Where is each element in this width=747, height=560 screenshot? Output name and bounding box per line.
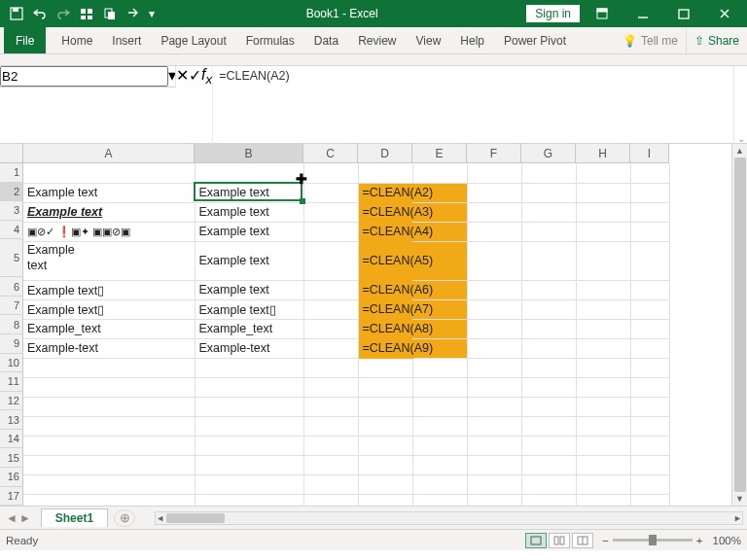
cell-B15[interactable] bbox=[195, 455, 303, 474]
cell-H16[interactable] bbox=[576, 474, 630, 494]
sheet-tab-sheet1[interactable]: Sheet1 bbox=[41, 508, 108, 527]
cell-I17[interactable] bbox=[630, 494, 669, 506]
cell-B3[interactable]: Example text bbox=[195, 202, 303, 222]
cell-B1[interactable] bbox=[195, 163, 303, 183]
tab-data[interactable]: Data bbox=[304, 27, 348, 53]
fill-handle[interactable] bbox=[300, 198, 305, 204]
row-header-15[interactable]: 15 bbox=[0, 448, 23, 468]
cell-D4[interactable]: =CLEAN(A4) bbox=[358, 222, 412, 241]
page-layout-view-button[interactable] bbox=[549, 533, 570, 548]
row-header-1[interactable]: 1 bbox=[0, 163, 23, 183]
cell-I9[interactable] bbox=[630, 338, 669, 358]
cell-F2[interactable] bbox=[467, 183, 521, 202]
cell-E13[interactable] bbox=[412, 416, 467, 436]
formula-input[interactable] bbox=[213, 66, 733, 142]
maximize-button[interactable] bbox=[665, 0, 702, 27]
cell-B12[interactable] bbox=[195, 397, 303, 416]
sheet-nav-prev[interactable]: ◄ bbox=[6, 511, 18, 525]
cell-E1[interactable] bbox=[412, 163, 467, 183]
cell-A5[interactable]: Example text bbox=[23, 241, 195, 280]
cell-A14[interactable] bbox=[23, 436, 195, 455]
cell-G11[interactable] bbox=[521, 377, 576, 397]
cell-F3[interactable] bbox=[467, 202, 521, 222]
cell-G9[interactable] bbox=[521, 338, 576, 358]
cell-F14[interactable] bbox=[467, 436, 521, 455]
close-button[interactable] bbox=[706, 0, 743, 27]
cell-I10[interactable] bbox=[630, 358, 669, 377]
cell-G1[interactable] bbox=[521, 163, 576, 183]
cell-B13[interactable] bbox=[195, 416, 303, 436]
column-header-B[interactable]: B bbox=[195, 144, 303, 163]
cell-C15[interactable] bbox=[303, 455, 358, 474]
row-header-10[interactable]: 10 bbox=[0, 354, 23, 373]
row-header-16[interactable]: 16 bbox=[0, 468, 23, 487]
cell-G15[interactable] bbox=[521, 455, 576, 474]
cell-I7[interactable] bbox=[630, 299, 669, 319]
row-header-9[interactable]: 9 bbox=[0, 334, 23, 354]
cell-grid[interactable]: Example textExample text=CLEAN(A2)Exampl… bbox=[23, 163, 670, 506]
cell-B7[interactable]: Example text▯ bbox=[195, 299, 303, 319]
cell-H5[interactable] bbox=[576, 241, 630, 280]
cell-H13[interactable] bbox=[576, 416, 630, 436]
fx-button[interactable]: fx bbox=[201, 66, 212, 88]
tab-file[interactable]: File bbox=[4, 27, 46, 53]
cell-A11[interactable] bbox=[23, 377, 195, 397]
formula-bar-expand[interactable]: ⌄ bbox=[733, 66, 747, 146]
cell-E16[interactable] bbox=[412, 474, 467, 494]
cell-F16[interactable] bbox=[467, 474, 521, 494]
cell-I16[interactable] bbox=[630, 474, 669, 494]
row-header-5[interactable]: 5 bbox=[0, 239, 23, 277]
cell-H15[interactable] bbox=[576, 455, 630, 474]
cell-C17[interactable] bbox=[303, 494, 358, 506]
column-header-F[interactable]: F bbox=[467, 144, 521, 163]
cell-D16[interactable] bbox=[358, 474, 412, 494]
cell-I8[interactable] bbox=[630, 319, 669, 338]
cell-F1[interactable] bbox=[467, 163, 521, 183]
cell-A8[interactable]: Example_text bbox=[23, 319, 195, 338]
cell-B4[interactable]: Example text bbox=[195, 222, 303, 241]
cell-A2[interactable]: Example text bbox=[23, 183, 195, 202]
cell-B14[interactable] bbox=[195, 436, 303, 455]
cell-D13[interactable] bbox=[358, 416, 412, 436]
cell-E17[interactable] bbox=[412, 494, 467, 506]
cancel-formula-button[interactable]: ✕ bbox=[175, 66, 189, 88]
row-header-3[interactable]: 3 bbox=[0, 201, 23, 221]
new-sheet-button[interactable]: ⊕ bbox=[114, 509, 135, 527]
cell-C6[interactable] bbox=[303, 280, 358, 299]
cell-F6[interactable] bbox=[467, 280, 521, 299]
horizontal-scroll-thumb[interactable] bbox=[166, 513, 225, 523]
qat-button-3[interactable] bbox=[123, 3, 144, 24]
cell-D9[interactable]: =CLEAN(A9) bbox=[358, 338, 412, 358]
row-header-8[interactable]: 8 bbox=[0, 315, 23, 334]
tab-power-pivot[interactable]: Power Pivot bbox=[494, 27, 576, 53]
cell-A15[interactable] bbox=[23, 455, 195, 474]
cell-C5[interactable] bbox=[303, 241, 358, 280]
cell-F5[interactable] bbox=[467, 241, 521, 280]
cell-H14[interactable] bbox=[576, 436, 630, 455]
cell-B6[interactable]: Example text bbox=[195, 280, 303, 299]
cell-C2[interactable] bbox=[303, 183, 358, 202]
cell-B2[interactable]: Example text bbox=[195, 183, 303, 202]
scroll-right-arrow[interactable]: ► bbox=[733, 513, 742, 523]
minimize-button[interactable] bbox=[624, 0, 661, 27]
cell-D11[interactable] bbox=[358, 377, 412, 397]
column-header-I[interactable]: I bbox=[630, 144, 669, 163]
cell-F13[interactable] bbox=[467, 416, 521, 436]
cell-B9[interactable]: Example-text bbox=[195, 338, 303, 358]
column-header-G[interactable]: G bbox=[521, 144, 576, 163]
cell-H9[interactable] bbox=[576, 338, 630, 358]
row-header-17[interactable]: 17 bbox=[0, 487, 23, 506]
cell-H17[interactable] bbox=[576, 494, 630, 506]
zoom-slider[interactable] bbox=[613, 539, 693, 542]
cell-D7[interactable]: =CLEAN(A7) bbox=[358, 299, 412, 319]
row-header-6[interactable]: 6 bbox=[0, 277, 23, 297]
cell-E14[interactable] bbox=[412, 436, 467, 455]
cell-C3[interactable] bbox=[303, 202, 358, 222]
normal-view-button[interactable] bbox=[525, 533, 547, 548]
cell-H12[interactable] bbox=[576, 397, 630, 416]
cell-F10[interactable] bbox=[467, 358, 521, 377]
cell-G13[interactable] bbox=[521, 416, 576, 436]
cell-A1[interactable] bbox=[23, 163, 195, 183]
cell-D17[interactable] bbox=[358, 494, 412, 506]
cell-C14[interactable] bbox=[303, 436, 358, 455]
